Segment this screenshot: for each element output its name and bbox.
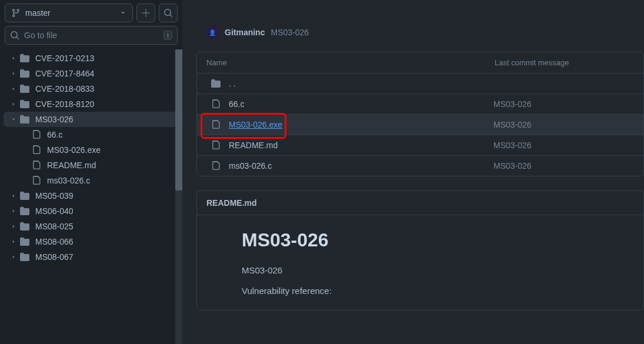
tree-folder-cve-2017-8464[interactable]: CVE-2017-8464 <box>4 66 179 81</box>
file-row-ms03-026.exe[interactable]: MS03-026.exeMS03-026 <box>197 115 643 135</box>
parent-dir-label: . . <box>229 79 493 88</box>
tree-folder-cve-2018-8120[interactable]: CVE-2018-8120 <box>4 96 179 112</box>
file-table: Name Last commit message . . 66.cMS03-02… <box>196 52 644 176</box>
tree-item-label: 66.c <box>47 130 62 139</box>
file-icon <box>32 130 41 139</box>
commit-title[interactable]: MS03-026 <box>271 28 309 37</box>
scrollbar-thumb[interactable] <box>175 49 182 191</box>
file-table-header: Name Last commit message <box>197 52 643 74</box>
file-icon <box>211 161 221 171</box>
tree-item-label: MS05-039 <box>35 191 74 201</box>
chevron-right-icon <box>11 208 19 214</box>
avatar[interactable]: 👤 <box>206 26 219 39</box>
tree-item-label: MS08-066 <box>35 237 74 246</box>
tree-folder-cve-2018-0833[interactable]: CVE-2018-0833 <box>4 81 179 96</box>
file-icon <box>32 161 41 170</box>
file-icon <box>211 141 221 150</box>
readme-line2: Vulnerability reference: <box>242 286 625 296</box>
file-commit-message[interactable]: MS03-026 <box>493 99 532 109</box>
readme-heading: MS03-026 <box>242 229 625 251</box>
folder-icon <box>20 222 29 231</box>
readme-line1: MS03-026 <box>242 265 625 275</box>
file-icon <box>32 145 41 155</box>
chevron-right-icon <box>11 193 19 199</box>
tree-item-label: MS08-067 <box>35 252 74 262</box>
folder-icon <box>20 69 29 78</box>
tree-folder-ms08-067[interactable]: MS08-067 <box>4 249 179 265</box>
tree-folder-ms05-039[interactable]: MS05-039 <box>4 188 179 203</box>
chevron-right-icon <box>11 239 19 245</box>
file-row-readme.md[interactable]: README.mdMS03-026 <box>197 135 643 156</box>
tree-item-label: CVE-2018-8120 <box>35 99 94 109</box>
commit-author[interactable]: Gitmaninc <box>225 28 265 37</box>
file-commit-message[interactable]: MS03-026 <box>493 120 532 129</box>
scrollbar[interactable] <box>175 49 182 344</box>
tree-folder-ms06-040[interactable]: MS06-040 <box>4 203 179 219</box>
chevron-right-icon <box>11 223 19 229</box>
tree-item-label: CVE-2018-0833 <box>35 84 94 93</box>
chevron-right-icon <box>11 101 19 107</box>
sidebar: master t CVE-2017-0213CVE-2017-8464CVE-2… <box>0 0 182 344</box>
folder-icon <box>20 237 29 246</box>
file-name[interactable]: MS03-026.exe <box>229 120 493 129</box>
plus-icon <box>141 8 151 18</box>
add-button[interactable] <box>136 4 155 22</box>
folder-icon <box>20 99 29 109</box>
readme-box: README.md MS03-026 MS03-026 Vulnerabilit… <box>196 191 644 310</box>
folder-icon <box>20 206 29 216</box>
tree-item-label: CVE-2017-8464 <box>35 69 94 78</box>
file-icon <box>211 99 221 109</box>
tree-item-label: README.md <box>47 161 96 170</box>
folder-icon <box>20 84 29 93</box>
tree-item-label: MS03-026 <box>35 115 74 124</box>
branch-toolbar: master <box>0 0 182 26</box>
column-commit: Last commit message <box>495 58 634 67</box>
file-commit-message[interactable]: MS03-026 <box>493 161 532 171</box>
file-row-66.c[interactable]: 66.cMS03-026 <box>197 94 643 115</box>
chevron-down-icon <box>11 116 19 122</box>
parent-dir-row[interactable]: . . <box>197 74 643 94</box>
readme-body: MS03-026 MS03-026 Vulnerability referenc… <box>197 215 643 310</box>
tree-folder-ms08-066[interactable]: MS08-066 <box>4 234 179 249</box>
main-content: 👤 Gitmaninc MS03-026 Name Last commit me… <box>182 0 644 344</box>
file-row-ms03-026.c[interactable]: ms03-026.cMS03-026 <box>197 156 643 176</box>
branch-selector[interactable]: master <box>5 4 133 22</box>
tree-file-ms03-026.exe[interactable]: MS03-026.exe <box>4 142 179 158</box>
tree-item-label: MS08-025 <box>35 222 74 231</box>
search-button[interactable] <box>159 4 178 22</box>
folder-icon <box>20 115 29 124</box>
chevron-right-icon <box>11 55 19 61</box>
folder-icon <box>211 79 221 88</box>
file-icon <box>211 120 221 129</box>
search-input[interactable] <box>24 31 163 40</box>
file-name[interactable]: ms03-026.c <box>229 161 493 171</box>
folder-icon <box>20 54 29 63</box>
file-tree: CVE-2017-0213CVE-2017-8464CVE-2018-0833C… <box>0 49 182 344</box>
search-icon <box>163 8 173 18</box>
keyboard-hint: t <box>163 31 172 40</box>
chevron-down-icon <box>119 9 126 16</box>
file-commit-message[interactable]: MS03-026 <box>493 141 532 150</box>
tree-folder-ms03-026[interactable]: MS03-026 <box>4 112 179 127</box>
file-search[interactable]: t <box>5 26 178 45</box>
tree-file-ms03-026.c[interactable]: ms03-026.c <box>4 173 179 188</box>
git-branch-icon <box>11 8 21 18</box>
search-row: t <box>0 26 182 49</box>
folder-icon <box>20 191 29 201</box>
readme-filename: README.md <box>197 191 643 215</box>
tree-file-readme.md[interactable]: README.md <box>4 158 179 173</box>
tree-item-label: ms03-026.c <box>47 176 90 185</box>
tree-folder-cve-2017-0213[interactable]: CVE-2017-0213 <box>4 51 179 66</box>
chevron-right-icon <box>11 71 19 76</box>
file-name[interactable]: README.md <box>229 141 493 150</box>
chevron-right-icon <box>11 86 19 92</box>
tree-item-label: CVE-2017-0213 <box>35 54 94 63</box>
tree-item-label: MS06-040 <box>35 206 74 216</box>
tree-file-66.c[interactable]: 66.c <box>4 127 179 142</box>
chevron-right-icon <box>11 254 19 260</box>
column-name: Name <box>206 58 495 67</box>
search-icon <box>10 31 19 40</box>
file-name[interactable]: 66.c <box>229 99 493 109</box>
file-icon <box>32 176 41 185</box>
tree-folder-ms08-025[interactable]: MS08-025 <box>4 219 179 234</box>
